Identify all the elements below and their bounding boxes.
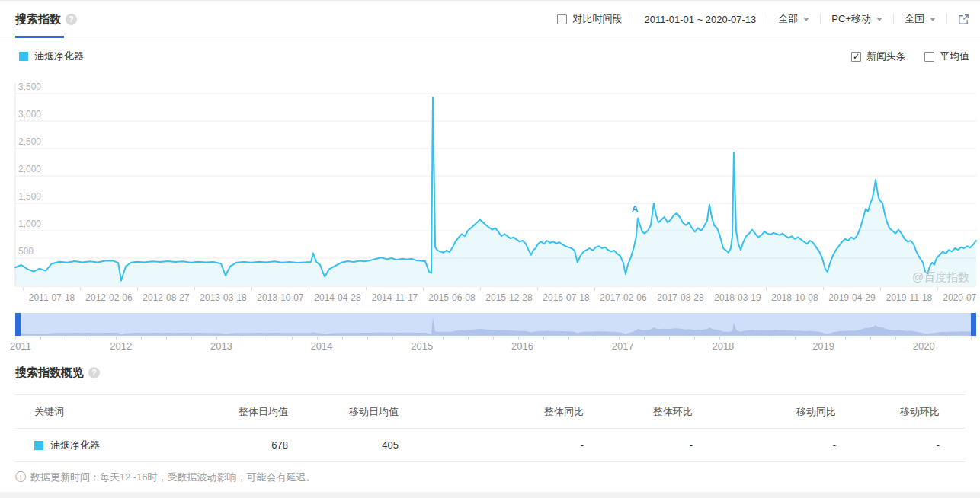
y-axis-label: 3,000 [18,109,41,120]
keyword-label: 油烟净化器 [50,439,100,452]
mobile-avg-value: 405 [288,439,399,451]
tab-search-index[interactable]: 搜索指数 [15,12,61,27]
minimap-area [15,318,976,335]
compare-checkbox[interactable] [557,14,567,24]
y-axis-label: 3,500 [18,81,41,92]
overlay-toggles: ✓ 新闻头条 平均值 [833,49,969,63]
col-mobile-avg: 移动日均值 [288,405,399,419]
device-value: PC+移动 [831,12,871,26]
help-icon[interactable]: ? [66,14,77,25]
region-dropdown[interactable]: 全国 [905,12,936,26]
active-tab-underline [15,36,64,38]
divider [893,14,894,24]
data-source-dropdown[interactable]: 全部 [778,12,809,26]
timeline-year-label: 2020 [913,340,935,352]
news-annotation-A[interactable]: A [632,203,639,215]
timeline-year-labels: 2011201220132014201520162017201820192020 [0,340,980,353]
timeline-year-label: 2013 [210,340,232,352]
divider [633,14,633,24]
timeline-ticks [15,337,976,340]
overall-yoy-value: - [399,439,584,451]
x-axis-label: 2014-11-17 [372,292,418,303]
legend-keyword-label: 油烟净化器 [34,49,84,63]
page-background-strip [0,492,980,498]
device-dropdown[interactable]: PC+移动 [831,12,882,26]
news-headlines-toggle[interactable]: ✓ 新闻头条 [851,49,906,63]
timeline-year-label: 2018 [712,340,734,352]
mobile-yoy-value: - [693,439,836,451]
y-axis-label: 1,500 [18,191,41,202]
region-value: 全国 [905,12,924,26]
keyword-color-swatch [34,441,43,450]
divider [820,14,821,24]
col-overall-avg: 整体日均值 [213,405,288,419]
tab-search-index-wrap: 搜索指数 ? [15,1,77,37]
date-range-picker[interactable]: 2011-01-01 ~ 2020-07-13 [644,14,756,25]
overall-avg-value: 678 [213,439,288,451]
x-axis-label: 2013-10-07 [257,292,303,303]
col-overall-qoq: 整体环比 [584,405,693,419]
timeline-year-label: 2016 [511,340,533,352]
x-axis-ticks [23,287,976,290]
y-axis-label: 2,500 [18,136,41,147]
divider [767,14,767,24]
news-headlines-label: 新闻头条 [866,49,906,63]
slider-handle-right[interactable] [971,313,976,336]
compare-period-label: 对比时间段 [572,12,622,26]
news-headlines-checkbox[interactable]: ✓ [851,52,861,62]
header-bar: 搜索指数 ? 对比时间段 2011-01-01 ~ 2020-07-13 全部 … [0,1,980,37]
x-axis-label: 2018-03-19 [714,292,761,303]
average-checkbox[interactable] [924,52,934,62]
x-axis-label: 2015-06-08 [428,292,475,303]
watermark: @百度指数 [912,270,969,285]
col-mobile-yoy: 移动同比 [693,405,836,419]
col-keyword: 关键词 [15,405,213,419]
y-axis-label: 2,000 [18,164,41,174]
timeline-slider[interactable] [15,313,976,336]
x-axis-labels: 2011-07-182012-02-062012-08-272013-03-18… [0,292,980,305]
average-toggle[interactable]: 平均值 [924,49,969,63]
overview-title: 搜索指数概览 [15,366,84,380]
update-note: ⓘ 数据更新时间：每天12~16时，受数据波动影响，可能会有延迟。 [15,471,316,484]
info-icon: ⓘ [15,471,26,484]
col-mobile-qoq: 移动环比 [836,405,940,419]
x-axis-label: 2012-02-06 [85,292,132,303]
legend-row: 油烟净化器 ✓ 新闻头条 平均值 [0,49,980,66]
header-controls: 对比时间段 2011-01-01 ~ 2020-07-13 全部 PC+移动 全… [557,1,969,37]
timeline-year-label: 2015 [411,340,433,352]
timeline-year-label: 2017 [612,340,634,352]
timeline-year-label: 2019 [812,340,834,352]
overview-table: 关键词 整体日均值 移动日均值 整体同比 整体环比 移动同比 移动环比 油烟净化… [15,394,965,462]
slider-handle-left[interactable] [15,313,21,336]
col-overall-yoy: 整体同比 [399,405,584,419]
y-axis-label: 500 [18,246,34,257]
timeline-year-label: 2014 [311,340,333,352]
compare-period-toggle[interactable]: 对比时间段 [557,12,622,26]
x-axis-label: 2020-07-13 [943,292,980,303]
x-axis-label: 2019-04-29 [828,292,875,303]
y-axis-label: 1,000 [18,219,41,229]
x-axis-label: 2015-12-28 [485,292,532,303]
x-axis-label: 2014-04-28 [314,292,360,303]
timeline-minimap [15,313,976,335]
x-axis-label: 2017-02-06 [600,292,646,303]
keyword-cell[interactable]: 油烟净化器 [15,439,213,452]
timeline-year-label: 2011 [10,340,31,352]
trend-chart[interactable]: 5001,0001,5002,0002,5003,0003,500A [0,74,980,308]
x-axis-label: 2018-10-08 [771,292,818,303]
legend-item-keyword[interactable]: 油烟净化器 [19,49,84,63]
x-axis-label: 2013-03-18 [200,292,246,303]
overview-title-wrap: 搜索指数概览 ? [15,366,100,380]
divider [946,14,947,24]
x-axis-label: 2012-08-27 [143,292,189,303]
baidu-index-page: 搜索指数 ? 对比时间段 2011-01-01 ~ 2020-07-13 全部 … [0,0,980,498]
x-axis-label: 2019-11-18 [886,292,933,303]
chevron-down-icon [803,18,809,21]
data-source-value: 全部 [778,12,798,26]
x-axis-label: 2016-07-18 [543,292,589,303]
chevron-down-icon [930,18,936,21]
help-icon[interactable]: ? [88,367,100,378]
table-header-row: 关键词 整体日均值 移动日均值 整体同比 整体环比 移动同比 移动环比 [15,394,965,429]
x-axis-label: 2017-08-28 [657,292,703,303]
external-link-icon[interactable] [958,14,969,25]
